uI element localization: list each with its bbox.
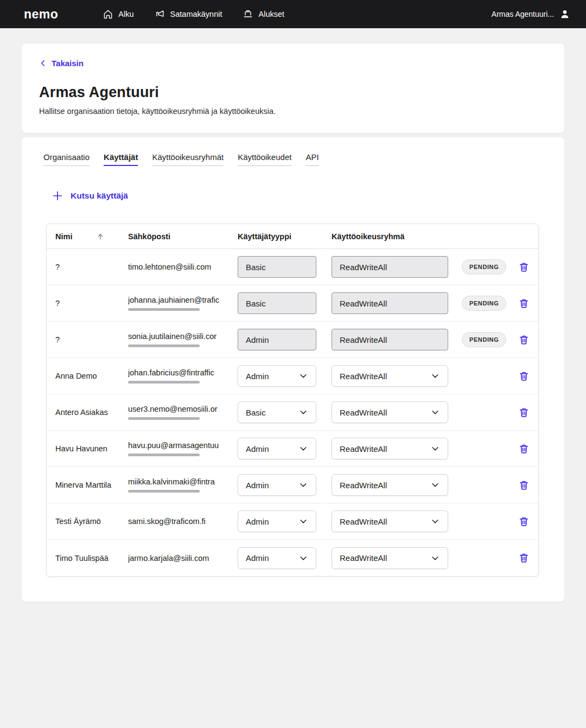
tab-kayttajat[interactable]: Käyttäjät (104, 152, 138, 166)
email-scrollbar[interactable] (128, 381, 200, 384)
user-type-select[interactable]: Admin (238, 510, 316, 532)
chevron-left-icon (39, 59, 47, 67)
back-label: Takaisin (52, 59, 84, 68)
email-scrollbar[interactable] (128, 344, 200, 347)
delete-user-button[interactable] (518, 298, 530, 309)
permission-group-select[interactable]: ReadWriteAll (332, 510, 448, 532)
chevron-down-icon (430, 407, 440, 417)
delete-user-button[interactable] (518, 334, 530, 346)
app-logo[interactable]: nemo (24, 7, 58, 22)
user-type-select[interactable]: Admin (238, 474, 316, 496)
org-main-card: Organisaatio Käyttäjät Käyttöoikeusryhmä… (22, 137, 564, 602)
delete-user-button[interactable] (518, 516, 530, 527)
home-icon (103, 9, 113, 20)
user-name: Antero Asiakas (55, 408, 128, 417)
user-type-select: Basic (238, 292, 316, 314)
permission-group-select[interactable]: ReadWriteAll (332, 474, 448, 496)
email-scrollbar[interactable] (128, 308, 200, 311)
email-scrollbar[interactable] (128, 417, 200, 420)
user-email: sami.skog@traficom.fi (128, 517, 226, 526)
table-row: ? johanna.jauhiainen@trafic Basic ReadWr… (47, 285, 538, 322)
chevron-down-icon (298, 407, 308, 417)
user-email-cell: miikka.kalvinmaki@fintra (128, 477, 238, 493)
permission-group-select[interactable]: ReadWriteAll (332, 365, 448, 387)
user-email-cell: sami.skog@traficom.fi (128, 517, 238, 526)
column-header-kayttooikeusryhma: Käyttöoikeusryhmä (332, 232, 462, 241)
user-type-select[interactable]: Admin (238, 547, 316, 569)
trash-icon (518, 552, 530, 564)
permission-group-select[interactable]: ReadWriteAll (332, 547, 448, 569)
user-type-select[interactable]: Admin (238, 365, 316, 387)
tab-api[interactable]: API (305, 152, 319, 166)
user-email: jarmo.karjala@siili.com (128, 554, 226, 563)
user-icon (559, 8, 571, 20)
nav-item-alukset[interactable]: Alukset (243, 9, 284, 20)
email-scrollbar[interactable] (128, 454, 200, 456)
tab-kayttooikeudet[interactable]: Käyttöoikeudet (238, 152, 291, 166)
table-row: Minerva Marttila miikka.kalvinmaki@fintr… (47, 467, 538, 503)
tab-kayttooikeusryhmat[interactable]: Käyttöoikeusryhmät (152, 152, 224, 166)
sort-ascending-icon (96, 232, 105, 241)
column-header-sahkoposti: Sähköposti (128, 232, 238, 241)
column-header-kayttajatyyppi: Käyttäjätyyppi (238, 232, 332, 241)
account-menu[interactable]: Armas Agentuuri... (492, 8, 571, 20)
user-email-cell: sonia.juutilainen@siili.cor (128, 332, 238, 347)
permission-group-select[interactable]: ReadWriteAll (332, 401, 448, 423)
delete-user-button[interactable] (518, 261, 530, 273)
user-name: Timo Tuulispää (55, 554, 128, 563)
delete-user-button[interactable] (518, 552, 530, 564)
trash-icon (518, 371, 530, 382)
user-email-cell: user3.nemo@nemosiili.or (128, 405, 238, 420)
chevron-down-icon (430, 371, 440, 381)
topbar: nemo Alku Satamakäynnit Alukset Armas Ag… (0, 0, 586, 28)
user-email: timo.lehtonen@siili.com (128, 263, 226, 271)
tab-organisaatio[interactable]: Organisaatio (43, 152, 90, 166)
chevron-down-icon (430, 516, 440, 526)
table-row: Antero Asiakas user3.nemo@nemosiili.or B… (47, 394, 538, 431)
table-body: ? timo.lehtonen@siili.com Basic ReadWrit… (47, 249, 538, 576)
trash-icon (518, 443, 530, 455)
chevron-down-icon (430, 480, 440, 490)
chevron-down-icon (430, 553, 440, 563)
page-title: Armas Agentuuri (39, 84, 547, 101)
chevron-down-icon (298, 553, 308, 563)
user-email-cell: johanna.jauhiainen@trafic (128, 296, 238, 311)
user-type-select[interactable]: Admin (238, 438, 316, 459)
user-type-select: Admin (238, 329, 316, 350)
user-name: ? (55, 335, 128, 344)
delete-user-button[interactable] (518, 480, 530, 491)
user-email-cell: timo.lehtonen@siili.com (128, 263, 238, 271)
nav-item-alku[interactable]: Alku (103, 9, 133, 20)
nav-label: Alku (118, 10, 133, 18)
user-type-select[interactable]: Basic (238, 401, 316, 423)
user-name: Anna Demo (55, 372, 128, 380)
user-email: johan.fabricius@fintraffic (128, 368, 226, 377)
chevron-down-icon (430, 444, 440, 454)
port-calls-icon (155, 9, 165, 20)
user-name: Testi Äyrämö (55, 517, 128, 526)
table-row: Testi Äyrämö sami.skog@traficom.fi Admin… (47, 503, 538, 540)
pending-badge: PENDING (462, 296, 506, 311)
delete-user-button[interactable] (518, 407, 530, 418)
nav-item-satamakaynnit[interactable]: Satamakäynnit (155, 9, 222, 20)
invite-user-button[interactable]: Kutsu käyttäjä (52, 190, 128, 202)
account-label: Armas Agentuuri... (492, 10, 554, 18)
tab-bar: Organisaatio Käyttäjät Käyttöoikeusryhmä… (43, 152, 543, 166)
delete-user-button[interactable] (518, 443, 530, 455)
user-name: Havu Havunen (55, 444, 128, 453)
user-email: havu.puu@armasagentuu (128, 441, 226, 450)
nav-label: Satamakäynnit (170, 10, 222, 18)
user-name: ? (55, 263, 128, 271)
chevron-down-icon (298, 480, 308, 490)
column-header-nimi[interactable]: Nimi (55, 232, 128, 241)
plus-icon (52, 190, 63, 202)
back-link[interactable]: Takaisin (39, 59, 84, 68)
delete-user-button[interactable] (518, 371, 530, 382)
user-name: ? (55, 299, 128, 308)
main-nav: Alku Satamakäynnit Alukset (103, 9, 284, 20)
table-row: Anna Demo johan.fabricius@fintraffic Adm… (47, 358, 538, 394)
user-email: johanna.jauhiainen@trafic (128, 296, 226, 304)
email-scrollbar[interactable] (128, 490, 200, 493)
permission-group-select[interactable]: ReadWriteAll (332, 438, 448, 459)
pending-badge: PENDING (462, 332, 506, 347)
